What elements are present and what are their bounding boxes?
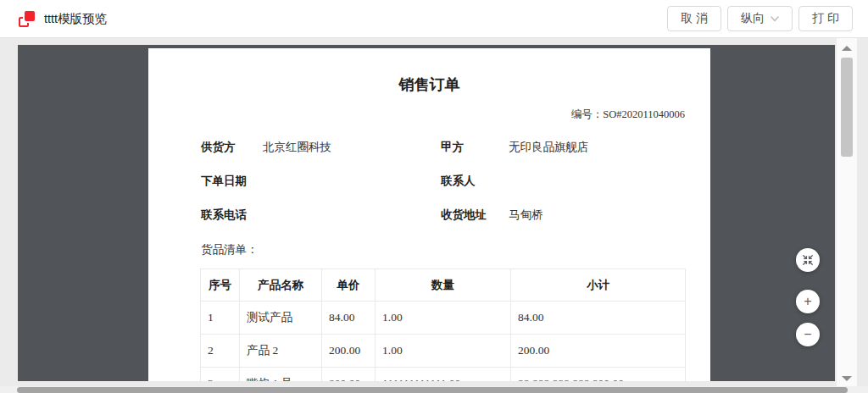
fit-to-screen-button[interactable]: [796, 248, 820, 272]
table-cell: 800.00: [322, 368, 376, 382]
logo-filled-square: [25, 11, 35, 21]
field-value-ship-address: 马甸桥: [509, 208, 710, 223]
table-row: 1 测试产品 84.00 1.00 84.00: [201, 302, 686, 335]
table-header-cell: 小计: [511, 269, 686, 302]
horizontal-scrollbar[interactable]: [0, 386, 868, 393]
page-title: tttt模版预览: [44, 11, 107, 27]
field-value-supplier: 北京红圈科技: [263, 140, 441, 155]
table-cell: 84.00: [322, 302, 376, 335]
goods-list-label: 货品清单：: [201, 242, 710, 257]
table-cell: 84.00: [511, 302, 686, 335]
app-logo-icon: [19, 11, 35, 27]
field-label-order-date: 下单日期: [201, 174, 263, 189]
table-cell: 1.00: [376, 302, 511, 335]
table-header-cell: 单价: [322, 269, 376, 302]
fit-to-screen-icon: [801, 253, 815, 267]
table-cell: 1: [201, 302, 240, 335]
cancel-button[interactable]: 取 消: [667, 6, 721, 31]
table-cell: 产品 2: [240, 335, 322, 368]
plus-icon: +: [804, 295, 811, 308]
vertical-scrollbar[interactable]: [837, 38, 857, 393]
order-number: 编号：SO#202011040006: [148, 108, 710, 122]
table-cell: 2: [201, 335, 240, 368]
scroll-down-arrow-icon[interactable]: [842, 376, 852, 381]
preview-canvas: 销售订单 编号：SO#202011040006 供货方 北京红圈科技 甲方 无印…: [0, 38, 868, 393]
table-header-row: 序号 产品名称 单价 数量 小计: [201, 269, 686, 302]
zoom-in-button[interactable]: +: [796, 290, 820, 313]
topbar-actions: 取 消 纵向 打 印: [667, 6, 853, 31]
document-title: 销售订单: [148, 48, 710, 95]
table-cell: 200.00: [511, 335, 686, 368]
field-label-contact: 联系人: [441, 174, 509, 189]
zoom-out-button[interactable]: −: [796, 323, 820, 346]
table-cell: 3: [201, 368, 240, 382]
scroll-up-arrow-icon[interactable]: [842, 46, 852, 51]
field-value-party-a: 无印良品旗舰店: [509, 140, 710, 155]
goods-table: 序号 产品名称 单价 数量 小计 1 测试产品 84.00 1.00 84.00: [200, 268, 686, 381]
table-row: 3 嘴炮 1 号 800.00 111111111111.00 88,888,8…: [201, 368, 686, 382]
document-page: 销售订单 编号：SO#202011040006 供货方 北京红圈科技 甲方 无印…: [148, 48, 710, 381]
minus-icon: −: [804, 328, 811, 341]
table-row: 2 产品 2 200.00 1.00 200.00: [201, 335, 686, 368]
chevron-down-icon: [771, 16, 779, 22]
table-cell: 111111111111.00: [376, 368, 511, 382]
table-cell: 测试产品: [240, 302, 322, 335]
topbar: tttt模版预览 取 消 纵向 打 印: [0, 0, 868, 38]
table-cell: 嘴炮 1 号: [240, 368, 322, 382]
vertical-scrollbar-thumb[interactable]: [841, 58, 853, 157]
brand: tttt模版预览: [19, 11, 107, 27]
orientation-label: 纵向: [741, 11, 765, 26]
table-header-cell: 产品名称: [240, 269, 322, 302]
horizontal-scrollbar-thumb[interactable]: [17, 387, 848, 393]
table-header-cell: 数量: [376, 269, 511, 302]
field-label-ship-address: 收货地址: [441, 208, 509, 223]
orientation-dropdown[interactable]: 纵向: [727, 6, 793, 31]
preview-panel: 销售订单 编号：SO#202011040006 供货方 北京红圈科技 甲方 无印…: [18, 45, 835, 381]
field-label-supplier: 供货方: [201, 140, 263, 155]
table-cell: 200.00: [322, 335, 376, 368]
field-label-party-a: 甲方: [441, 140, 509, 155]
table-cell: 88,888,888,888,800.00: [511, 368, 686, 382]
print-button[interactable]: 打 印: [798, 6, 853, 31]
table-cell: 1.00: [376, 335, 511, 368]
order-fields: 供货方 北京红圈科技 甲方 无印良品旗舰店 下单日期 联系人 联系电话 收货地址…: [201, 140, 710, 223]
table-header-cell: 序号: [201, 269, 240, 302]
field-label-phone: 联系电话: [201, 208, 263, 223]
